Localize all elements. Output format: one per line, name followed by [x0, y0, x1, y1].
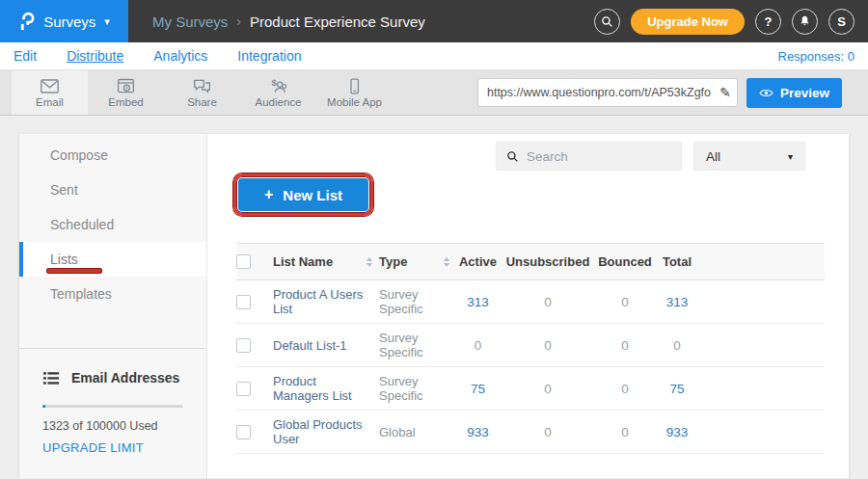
filter-selected-value: All	[706, 149, 720, 164]
distribute-toolbar: Email Embed Share $ A	[0, 70, 868, 116]
row-checkbox[interactable]	[236, 338, 251, 353]
sort-icon[interactable]	[443, 256, 450, 268]
table-row: Product A Users List Survey Specific 313…	[236, 280, 825, 324]
table-row: Product Managers List Survey Specific 75…	[236, 367, 825, 411]
sidebar-item-label: Lists	[50, 252, 78, 267]
tab-analytics[interactable]: Analytics	[153, 48, 207, 64]
surveys-product-menu[interactable]: Surveys ▾	[0, 0, 128, 42]
table-row: Default List-1 Survey Specific 0 0 0 0	[236, 324, 825, 367]
unsubscribed-count[interactable]: 0	[500, 338, 596, 353]
sidebar-item-templates[interactable]: Templates	[19, 277, 206, 311]
column-header-unsubscribed: Unsubscribed	[500, 254, 596, 269]
toolbar-item-embed[interactable]: Embed	[88, 70, 164, 115]
breadcrumb: My Surveys › Product Experience Survey	[152, 13, 425, 30]
toolbar-item-audience[interactable]: $ Audience	[240, 70, 316, 115]
active-count[interactable]: 313	[456, 295, 500, 309]
active-count[interactable]: 75	[456, 382, 500, 396]
notifications-button[interactable]	[792, 9, 818, 35]
bounced-count[interactable]: 0	[596, 295, 654, 309]
annotation-highlight-new-list: + New List	[233, 173, 373, 216]
email-addresses-section: Email Addresses 1323 of 100000 Used UPGR…	[19, 349, 206, 455]
search-icon	[601, 15, 613, 28]
tab-integration[interactable]: Integration	[237, 48, 301, 64]
svg-text:$: $	[272, 77, 278, 88]
preview-button[interactable]: Preview	[746, 78, 842, 108]
unsubscribed-count[interactable]: 0	[500, 425, 596, 439]
breadcrumb-current-survey: Product Experience Survey	[250, 13, 425, 30]
global-search-button[interactable]	[594, 9, 620, 35]
user-avatar[interactable]: S	[828, 9, 854, 35]
email-addresses-header: Email Addresses	[42, 370, 183, 386]
share-icon	[192, 77, 212, 95]
toolbar-item-email[interactable]: Email	[12, 70, 88, 115]
upgrade-limit-link[interactable]: UPGRADE LIMIT	[42, 440, 183, 455]
list-search-input[interactable]	[527, 149, 671, 164]
sort-icon[interactable]	[366, 256, 373, 268]
page-content: Compose Sent Scheduled Lists Templates	[0, 116, 868, 478]
tab-edit[interactable]: Edit	[14, 48, 37, 64]
surveys-menu-label: Surveys	[43, 13, 95, 30]
active-count[interactable]: 0	[456, 338, 500, 353]
toolbar-right-group: ✎ Preview	[477, 70, 868, 115]
unsubscribed-count[interactable]: 0	[500, 382, 596, 396]
app-window: Surveys ▾ My Surveys › Product Experienc…	[0, 0, 868, 479]
survey-url-input[interactable]	[487, 86, 719, 99]
bounced-count[interactable]: 0	[596, 425, 654, 439]
total-count[interactable]: 933	[654, 425, 700, 439]
toolbar-item-label: Audience	[256, 96, 302, 108]
chevron-down-icon: ▾	[788, 151, 793, 162]
sidebar-item-lists[interactable]: Lists	[19, 242, 206, 277]
sidebar-item-scheduled[interactable]: Scheduled	[19, 207, 206, 242]
envelope-icon	[40, 77, 60, 95]
upgrade-now-button[interactable]: Upgrade Now	[631, 9, 745, 35]
embed-icon	[116, 77, 136, 95]
column-header-bounced: Bounced	[596, 254, 654, 269]
email-usage-progressbar	[42, 405, 183, 408]
new-list-button-label: New List	[283, 187, 342, 203]
list-name-link[interactable]: Product A Users List	[273, 287, 373, 316]
preview-label: Preview	[780, 86, 829, 100]
unsubscribed-count[interactable]: 0	[500, 295, 596, 309]
column-header-type: Type	[379, 254, 407, 269]
list-name-link[interactable]: Global Products User	[273, 417, 373, 446]
sidebar-item-compose[interactable]: Compose	[19, 138, 206, 173]
row-checkbox[interactable]	[236, 295, 251, 309]
toolbar-item-share[interactable]: Share	[164, 70, 240, 115]
toolbar-item-mobile-app[interactable]: Mobile App	[316, 70, 393, 115]
email-usage-progress-fill	[42, 405, 45, 408]
responses-count[interactable]: Responses: 0	[778, 49, 855, 64]
list-name-link[interactable]: Default List-1	[273, 338, 347, 353]
search-icon	[506, 150, 519, 163]
bounced-count[interactable]: 0	[596, 338, 654, 353]
lists-main-area: All ▾ + New List	[207, 134, 849, 478]
column-header-list-name: List Name	[273, 254, 333, 269]
chevron-down-icon: ▾	[104, 15, 110, 28]
top-header-bar: Surveys ▾ My Surveys › Product Experienc…	[0, 0, 868, 42]
eye-icon	[759, 88, 773, 98]
edit-url-icon[interactable]: ✎	[719, 85, 731, 100]
email-lists-panel: Compose Sent Scheduled Lists Templates	[19, 134, 849, 478]
list-name-link[interactable]: Product Managers List	[273, 374, 373, 403]
bell-icon	[799, 14, 811, 28]
tab-distribute[interactable]: Distribute	[67, 48, 123, 64]
email-addresses-title: Email Addresses	[71, 370, 179, 386]
sidebar-item-sent[interactable]: Sent	[19, 173, 206, 207]
total-count[interactable]: 0	[654, 338, 700, 353]
total-count[interactable]: 313	[654, 295, 700, 309]
row-checkbox[interactable]	[236, 382, 251, 396]
total-count[interactable]: 75	[654, 382, 700, 396]
breadcrumb-my-surveys[interactable]: My Surveys	[152, 13, 228, 30]
active-count[interactable]: 933	[456, 425, 500, 439]
list-type: Survey Specific	[379, 331, 450, 359]
help-button[interactable]: ?	[755, 9, 781, 35]
column-header-active: Active	[456, 254, 500, 269]
new-list-button[interactable]: + New List	[238, 178, 368, 211]
row-checkbox[interactable]	[236, 425, 251, 439]
select-all-checkbox[interactable]	[236, 254, 251, 269]
list-type-filter-dropdown[interactable]: All ▾	[693, 142, 805, 171]
topbar-actions: Upgrade Now ? S	[594, 9, 868, 35]
list-type: Survey Specific	[379, 287, 450, 316]
bounced-count[interactable]: 0	[596, 382, 654, 396]
annotation-underline-lists	[46, 268, 102, 274]
list-search-box	[496, 142, 682, 171]
